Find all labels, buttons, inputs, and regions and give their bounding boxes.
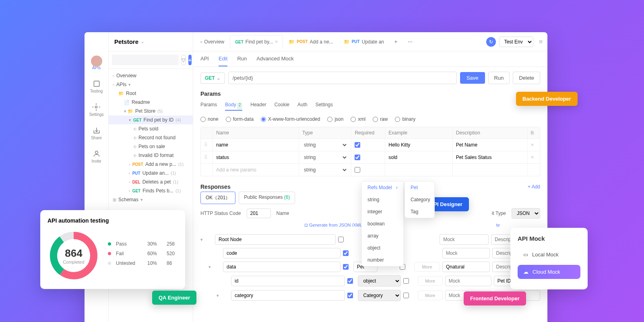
tab-new[interactable]: + <box>390 35 402 49</box>
model-popup: Pet Category Tag <box>405 181 435 218</box>
delete-button[interactable]: Delete <box>513 72 540 84</box>
cloud-icon: ☁ <box>523 269 528 275</box>
nav-invite[interactable]: Invite <box>92 150 101 163</box>
table-row-new[interactable]: Add a new paramsstring <box>201 164 540 176</box>
url-input[interactable]: /pets/{id} <box>228 72 457 84</box>
refs-model-item[interactable]: Refs Model› <box>362 182 403 194</box>
content-type-select[interactable]: JSON <box>512 208 540 219</box>
tree-find-pet[interactable]: ▾GETFind pet by ID(4) <box>109 116 193 124</box>
env-select[interactable]: Test Env <box>499 37 533 47</box>
callout-backend: Backend Developer <box>516 92 578 106</box>
menu-icon[interactable]: ≡ <box>537 38 545 45</box>
schema-row[interactable]: objectMore <box>200 274 540 288</box>
callout-qa: QA Engineer <box>152 291 196 305</box>
generate-link[interactable]: ⊡ Generate from JSON /XML <box>297 223 362 228</box>
type-popup: Refs Model› string integer boolean array… <box>361 181 404 266</box>
ptab-body[interactable]: Body2 <box>225 102 242 111</box>
tab-add[interactable]: 📁POSTAdd a ne... <box>284 35 338 49</box>
nav-testing[interactable]: Testing <box>90 80 103 93</box>
tab-overview[interactable]: ▫Overview <box>196 35 229 49</box>
sync-icon[interactable]: ↻ <box>486 37 496 47</box>
local-icon: ▭ <box>523 252 528 258</box>
mock-cloud[interactable]: ☁Cloud Mock <box>518 265 580 279</box>
sidebar-search-input[interactable] <box>112 55 179 65</box>
status-code-input[interactable] <box>247 208 271 218</box>
svg-rect-1 <box>94 81 99 86</box>
params-title: Params <box>193 89 547 99</box>
table-row[interactable]: ⠿statusstringsoldPet Sales Status× <box>201 151 540 164</box>
mock-local[interactable]: ▭Local Mock <box>518 248 580 262</box>
tree-root[interactable]: 📁Root <box>109 89 193 98</box>
add-response[interactable]: + Add <box>528 184 540 190</box>
donut-chart: 864Completed <box>47 229 100 282</box>
tree-delete[interactable]: ›DELDeletes a pet(1) <box>109 178 193 186</box>
mock-card: API Mock ▭Local Mock ☁Cloud Mock <box>510 228 588 289</box>
tab-close-icon[interactable]: × <box>275 39 278 45</box>
tree-apis[interactable]: ▫APIs▾ <box>109 80 193 89</box>
tab-update[interactable]: 📁PUTUpdate an <box>339 35 389 49</box>
method-select[interactable]: GET⌄ <box>200 72 225 84</box>
responses-title: Responses <box>200 184 231 190</box>
automation-card: API automation testing 864Completed Pass… <box>40 210 185 289</box>
subtab-run[interactable]: Run <box>237 56 247 66</box>
tree-finds[interactable]: ›GETFinds Pets b...(1) <box>109 186 193 195</box>
tree-petstore[interactable]: ▾ 📁Pet Store(5) <box>109 107 193 116</box>
ptab-cookie[interactable]: Cookie <box>275 102 289 111</box>
nav-share[interactable]: Share <box>91 126 102 140</box>
mock-title: API Mock <box>518 235 580 242</box>
body-encoding: none form-data X-www-form-urlencoded jso… <box>193 114 547 124</box>
subtab-edit[interactable]: Edit <box>219 56 227 66</box>
ptab-auth[interactable]: Auth <box>297 102 308 111</box>
table-row[interactable]: ⠿namestringHello KittyPet Name× <box>201 139 540 151</box>
ptab-params[interactable]: Params <box>200 102 217 111</box>
add-button[interactable]: + <box>188 55 192 65</box>
params-table: NameTypeRequiredExampleDescription⎘ ⠿nam… <box>200 127 540 176</box>
tree-pets-sold[interactable]: ⎋Pets sold <box>109 124 193 133</box>
resp-tab-ok[interactable]: OK（201） <box>200 192 235 204</box>
callout-frontend: Frontend Developer <box>464 291 526 305</box>
tree-schemas[interactable]: ⊞Schemas▾ <box>109 195 193 204</box>
nav-settings[interactable]: Settings <box>89 103 103 117</box>
filter-button[interactable]: ▽ <box>181 55 186 65</box>
subtab-mock[interactable]: Advanced Mock <box>256 56 294 66</box>
legend: Pass30%258 Fail60%520 Untested10%86 <box>108 241 183 270</box>
run-button[interactable]: Run <box>488 72 510 84</box>
tree-readme[interactable]: 📄Readme <box>109 98 193 107</box>
subtab-api[interactable]: API <box>200 56 209 66</box>
tree-not-found[interactable]: ⎋Record not found <box>109 133 193 142</box>
project-selector[interactable]: Petstore⌄ <box>109 32 193 52</box>
tab-more[interactable]: ⋯ <box>403 35 417 49</box>
save-button[interactable]: Save <box>460 72 485 84</box>
tab-find-pet[interactable]: GETFind pet by...× <box>230 35 283 49</box>
avatar[interactable] <box>91 56 102 67</box>
automation-title: API automation testing <box>47 217 178 224</box>
svg-point-3 <box>95 151 98 154</box>
tree-add-new[interactable]: ›POSTAdd a new p...(1) <box>109 160 193 169</box>
resp-tab-public[interactable]: Public Responses (6) <box>239 192 295 204</box>
tree-overview[interactable]: ▫Overview <box>109 71 193 80</box>
svg-point-2 <box>95 106 97 108</box>
tree-update[interactable]: ›PUTUpdate an...(1) <box>109 169 193 178</box>
generate-link-2[interactable]: te <box>489 223 500 228</box>
ptab-settings[interactable]: Settings <box>316 102 333 111</box>
tree-on-sale[interactable]: ⎋Pets on sale <box>109 142 193 151</box>
ptab-header[interactable]: Header <box>250 102 266 111</box>
tree-invalid[interactable]: ⎋Invalid ID format <box>109 151 193 160</box>
